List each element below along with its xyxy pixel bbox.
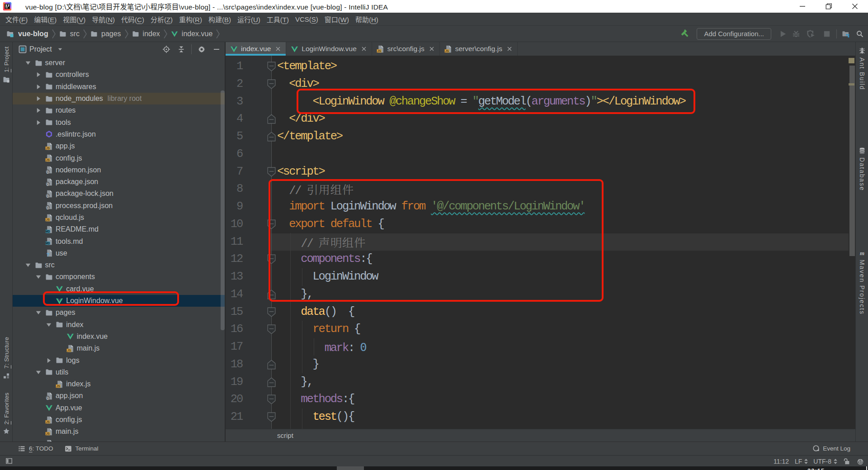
code-line[interactable]: 19 }, [226,374,855,391]
editor-scrollbar[interactable] [849,66,855,256]
tree-row[interactable]: tools [13,116,225,128]
tree-row[interactable]: middlewares [13,81,225,93]
tree-row[interactable]: routes [13,104,225,116]
code-editor[interactable]: 1 <template> 2 <div> 3 <LoginWindow @cha… [226,56,855,429]
tree-row[interactable]: {} nodemon.json [13,164,225,176]
tree-row[interactable]: JS qcloud.js [13,212,225,223]
tree-row[interactable]: {} process.prod.json [13,200,225,212]
arrow-open-icon[interactable] [25,262,31,268]
breadcrumb-item[interactable]: pages [90,30,121,38]
fold-marker-icon[interactable] [267,307,276,317]
arrow-closed-icon[interactable] [36,108,41,113]
tool-window-button-terminal[interactable]: Terminal [65,445,99,452]
arrow-closed-icon[interactable] [36,72,41,77]
restore-button[interactable] [816,0,842,13]
tree-row[interactable]: JS config.js [13,414,225,426]
tree-row[interactable]: JS index.js [13,378,225,390]
run-configuration-selector[interactable]: Add Configuration... [697,28,771,40]
breadcrumb-script[interactable]: script [277,432,293,439]
tool-window-button-ant-build[interactable]: Ant Build [856,47,868,90]
tree-row[interactable]: index [13,319,225,331]
hide-panel-icon[interactable] [213,46,220,53]
fold-marker-icon[interactable] [267,167,276,177]
breadcrumb-item[interactable]: index.vue [171,30,213,38]
tool-window-button-maven[interactable]: m Maven Projects [856,249,868,315]
settings-gear-icon[interactable] [198,46,205,53]
editor-tab[interactable]: JS src\config.js [372,42,440,56]
tree-row[interactable]: {} app.json [13,390,225,402]
collapse-all-icon[interactable] [178,46,185,53]
project-panel-title[interactable]: Project [29,45,52,53]
code-line[interactable]: 5 </template> [226,128,855,146]
tree-row[interactable]: index.vue [13,331,225,342]
code-line[interactable]: 18 } [226,356,855,374]
arrow-closed-icon[interactable] [36,96,41,101]
tree-row[interactable]: controllers [13,69,225,81]
tree-row[interactable]: {} package-lock.json [13,188,225,199]
fold-marker-icon[interactable] [267,62,276,71]
tree-row[interactable]: JS config.js [13,152,225,164]
fold-marker-icon[interactable] [267,360,276,370]
fold-marker-icon[interactable] [267,412,276,422]
tool-window-button-favorites[interactable]: 2: Favorites [0,393,13,435]
locate-icon[interactable] [163,46,170,53]
tree-row[interactable]: src [13,259,225,271]
encoding-widget[interactable]: UTF-8 [813,458,838,465]
tree-row[interactable]: JS main.js [13,426,225,437]
tree-row[interactable]: JS app.js [13,140,225,152]
code-line[interactable]: 20 methods:{ [226,391,855,408]
arrow-open-icon[interactable] [36,274,41,280]
close-tab-icon[interactable] [507,46,512,52]
warning-stripe-mark[interactable] [849,83,854,85]
arrow-closed-icon[interactable] [46,358,52,363]
menu-item[interactable]: 运行(U) [237,14,260,24]
tree-row[interactable]: utils [13,366,225,378]
menu-item[interactable]: 代码(C) [121,14,144,24]
code-line[interactable]: 16 return { [226,321,855,338]
arrow-closed-icon[interactable] [36,120,41,125]
coverage-icon[interactable] [807,30,816,38]
chevron-down-icon[interactable] [58,47,62,51]
minimize-button[interactable] [789,0,816,13]
menu-item[interactable]: 帮助(H) [355,14,378,24]
close-tab-icon[interactable] [429,46,434,52]
tree-row[interactable]: App.vue [13,402,225,414]
close-tab-icon[interactable] [275,46,281,52]
tree-row[interactable]: server [13,57,225,69]
menu-item[interactable]: 构建(B) [208,14,231,24]
tree-row[interactable]: components [13,271,225,283]
menu-item[interactable]: 编辑(E) [34,14,57,24]
stop-icon[interactable] [823,30,830,38]
tree-row[interactable]: JS main.js [13,342,225,354]
menu-item[interactable]: VCS(S) [295,15,318,23]
editor-tab[interactable]: JS server\config.js [440,42,518,56]
tree-row[interactable]: node_modules library root [13,93,225,104]
tree-row[interactable]: .eslintrc.json [13,128,225,140]
editor-tab[interactable]: LoginWindow.vue [286,42,372,56]
fold-marker-icon[interactable] [267,114,276,124]
build-hammer-icon[interactable] [681,29,690,38]
menu-item[interactable]: 文件(F) [5,14,28,24]
tree-row[interactable]: pages [13,307,225,318]
code-line[interactable]: 21 test(){ [226,408,855,426]
close-button[interactable] [842,0,868,13]
code-line[interactable]: 6 [226,146,855,163]
tool-window-button-event-log[interactable]: Event Log [812,442,850,455]
tool-window-button-todo[interactable]: 6: TODO [18,445,53,452]
fold-marker-icon[interactable] [267,79,276,89]
taskbar-app-button[interactable] [337,466,364,470]
warning-stripe-mark[interactable] [849,58,854,63]
arrow-closed-icon[interactable] [36,84,41,90]
unlock-icon[interactable] [843,458,850,465]
run-icon[interactable] [779,30,787,38]
fold-marker-icon[interactable] [267,394,276,404]
menu-item[interactable]: 分析(Z) [151,14,173,24]
menu-item[interactable]: 窗口(W) [325,14,349,24]
tree-row[interactable]: logs [13,354,225,366]
close-tab-icon[interactable] [361,46,367,52]
menu-item[interactable]: 导航(N) [92,14,115,24]
debug-icon[interactable] [793,30,800,38]
arrow-open-icon[interactable] [36,370,41,375]
tool-window-button-project[interactable]: 1: Project [0,47,13,83]
tree-row[interactable]: MD tools.md [13,235,225,247]
